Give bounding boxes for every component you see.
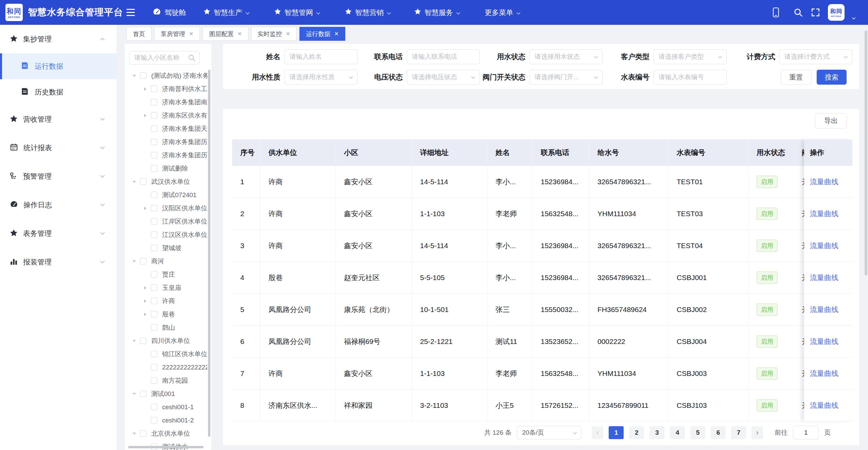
tree-checkbox[interactable] — [140, 430, 146, 437]
tree-vertical-scrollbar[interactable] — [208, 70, 210, 437]
page-button-1[interactable]: 1 — [609, 426, 624, 439]
tree-checkbox[interactable] — [151, 324, 157, 331]
filter-input-0-0[interactable] — [284, 49, 358, 64]
tree-expander-icon[interactable] — [142, 298, 148, 304]
user-avatar[interactable]: 和同 HETONG — [828, 4, 845, 21]
tree-checkbox[interactable] — [151, 152, 157, 158]
tree-item-1[interactable]: 济南普利供水工 — [125, 82, 207, 96]
tree-checkbox[interactable] — [151, 205, 157, 211]
sidebar-group-6[interactable]: 报装管理 — [0, 248, 117, 276]
tab-4[interactable]: 运行数据✕ — [299, 27, 345, 41]
tree-horizontal-scrollbar[interactable] — [128, 446, 204, 448]
page-button-6[interactable]: 6 — [711, 426, 726, 439]
tab-3[interactable]: 实时监控✕ — [251, 27, 297, 41]
sidebar-group-3[interactable]: 预警管理 — [0, 162, 117, 191]
search-button[interactable]: 搜索 — [817, 70, 847, 85]
close-icon[interactable]: ✕ — [286, 31, 290, 37]
fullscreen-icon[interactable] — [811, 8, 820, 18]
filter-select-0-3[interactable]: 请选择客户类型 — [654, 49, 727, 64]
tree-checkbox[interactable] — [151, 364, 157, 370]
sidebar-group-4[interactable]: 操作日志 — [0, 191, 117, 219]
tree-expander-icon[interactable] — [132, 431, 137, 436]
tree-expander-icon[interactable] — [142, 113, 148, 118]
tree-item-16[interactable]: 玉皇庙 — [125, 281, 207, 294]
tree-item-9[interactable]: 测试072401 — [125, 188, 207, 202]
sidebar-item-0-0[interactable]: 运行数据 — [0, 53, 117, 79]
filter-input-0-1[interactable] — [407, 49, 480, 64]
tree-item-19[interactable]: 鹊山 — [125, 321, 207, 334]
tree-expander-icon[interactable] — [132, 338, 137, 344]
filter-select-1-1[interactable]: 请选择电压状态 — [407, 70, 480, 85]
goto-page-input[interactable] — [793, 426, 819, 439]
tree-expander-icon[interactable] — [142, 206, 148, 211]
page-button-4[interactable]: 4 — [670, 426, 685, 439]
filter-select-1-0[interactable]: 请选择用水性质 — [284, 70, 358, 85]
tree-item-6[interactable]: 济南水务集团历 — [125, 149, 207, 162]
tree-item-7[interactable]: 测试删除 — [125, 162, 207, 175]
tree-item-5[interactable]: 济南水务集团历 — [125, 135, 207, 149]
prev-page-button[interactable]: ‹ — [592, 426, 603, 439]
sidebar-group-0[interactable]: 集抄管理 — [0, 25, 117, 53]
page-scrollbar-thumb[interactable] — [865, 31, 867, 275]
flow-curve-link[interactable]: 流量曲线 — [810, 305, 838, 314]
nav-menu-item-4[interactable]: 智慧服务 — [414, 0, 461, 25]
tree-item-27[interactable]: 北京供水单位 — [125, 427, 207, 440]
tree-item-25[interactable]: ceshi001-1 — [125, 400, 207, 414]
tree-item-23[interactable]: 南方花园 — [125, 374, 207, 387]
tree-checkbox[interactable] — [151, 125, 157, 132]
tree-item-0[interactable]: (测试勿动) 济南水务 — [125, 69, 207, 82]
tree-checkbox[interactable] — [151, 271, 157, 278]
tree-item-26[interactable]: ceshi001-2 — [125, 414, 207, 427]
tree-item-24[interactable]: 测试001 — [125, 387, 207, 400]
flow-curve-link[interactable]: 流量曲线 — [810, 273, 838, 282]
close-icon[interactable]: ✕ — [237, 31, 242, 37]
filter-input-1-3[interactable] — [654, 70, 727, 85]
tree-item-21[interactable]: 锦江区供水单位 — [125, 347, 207, 361]
filter-select-0-4[interactable]: 请选择计费方式 — [779, 49, 852, 64]
export-button[interactable]: 导出 — [815, 113, 847, 128]
tree-item-2[interactable]: 济南水务集团南 — [125, 96, 207, 109]
tree-item-20[interactable]: 四川供水单位 — [125, 334, 207, 347]
sidebar-group-1[interactable]: 营收管理 — [0, 105, 117, 134]
tree-checkbox[interactable] — [151, 86, 157, 92]
sidebar-collapse-icon[interactable] — [126, 8, 136, 18]
page-button-7[interactable]: 7 — [731, 426, 746, 439]
filter-select-1-2[interactable]: 请选择阀门开... — [530, 70, 603, 85]
tree-checkbox[interactable] — [151, 404, 157, 410]
page-size-select[interactable]: 20条/页 — [517, 426, 581, 439]
tree-checkbox[interactable] — [151, 99, 157, 105]
tab-2[interactable]: 图层配置✕ — [203, 27, 248, 41]
tree-item-14[interactable]: 商河 — [125, 255, 207, 268]
tree-expander-icon[interactable] — [142, 312, 148, 317]
tree-expander-icon[interactable] — [132, 259, 137, 264]
tree-item-18[interactable]: 殷巷 — [125, 308, 207, 321]
tree-item-17[interactable]: 许商 — [125, 294, 207, 308]
tree-checkbox[interactable] — [151, 218, 157, 225]
nav-menu-item-3[interactable]: 智慧营销 — [345, 0, 391, 25]
tree-item-3[interactable]: 济南东区供水有 — [125, 109, 207, 122]
chevron-down-icon[interactable] — [852, 15, 856, 21]
tree-checkbox[interactable] — [140, 72, 146, 79]
flow-curve-link[interactable]: 流量曲线 — [810, 241, 838, 250]
tree-search-input[interactable] — [129, 54, 188, 62]
sidebar-group-2[interactable]: 统计报表 — [0, 134, 117, 162]
tree-expander-icon[interactable] — [142, 86, 148, 92]
tree-item-22[interactable]: 2222222222222 — [125, 361, 207, 374]
tree-checkbox[interactable] — [140, 178, 146, 185]
tree-checkbox[interactable] — [151, 417, 157, 423]
tree-checkbox[interactable] — [151, 284, 157, 291]
tree-expander-icon[interactable] — [132, 73, 137, 79]
tree-expander-icon[interactable] — [132, 391, 137, 397]
tree-checkbox[interactable] — [140, 258, 146, 264]
tree-item-11[interactable]: 江岸区供水单位 — [125, 215, 207, 228]
flow-curve-link[interactable]: 流量曲线 — [810, 209, 838, 219]
nav-menu-item-5[interactable]: 更多菜单 — [485, 0, 521, 25]
tree-checkbox[interactable] — [151, 165, 157, 172]
tree-item-10[interactable]: 汉阳区供水单位 — [125, 202, 207, 215]
tree-checkbox[interactable] — [151, 311, 157, 317]
tree-checkbox[interactable] — [140, 391, 146, 397]
page-button-5[interactable]: 5 — [690, 426, 705, 439]
tree-expander-icon[interactable] — [142, 285, 148, 291]
tree-checkbox[interactable] — [151, 377, 157, 384]
reset-button[interactable]: 重置 — [781, 70, 812, 85]
